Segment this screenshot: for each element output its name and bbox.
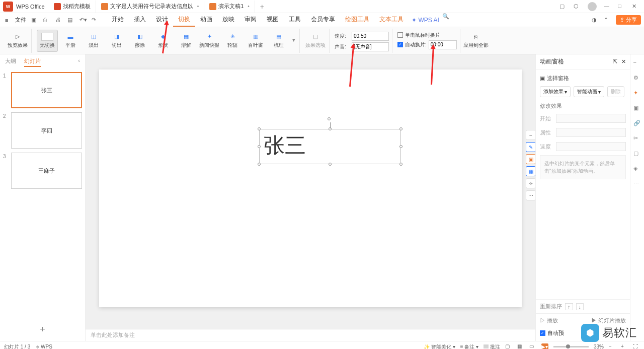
view-normal-icon[interactable]: ▢ [505,343,512,350]
slide-thumb-2[interactable]: 2 李四 [3,112,82,149]
menu-view[interactable]: 视图 [262,13,284,27]
zoom-slider[interactable] [553,346,589,347]
tool-more-icon[interactable]: ⋯ [526,190,535,200]
textbox-text[interactable]: 张三 [260,129,400,162]
strip-link-icon[interactable]: 🔗 [633,120,641,128]
strip-layers-icon[interactable]: ▣ [633,105,641,113]
maximize-icon[interactable]: □ [618,3,625,10]
hamburger-icon[interactable]: ≡ [3,17,10,23]
slide-canvas[interactable]: 张三 − ✎ ▣ ▦ ✧ ⋯ [99,69,522,307]
click-advance-checkbox[interactable] [397,32,403,38]
apply-to-all-button[interactable]: ⎘应用到全部 [465,30,487,52]
view-slideshow-icon[interactable]: ▶▾ [541,343,548,350]
autopreview-checkbox[interactable]: ✓ [540,330,545,336]
user-avatar[interactable] [588,2,597,11]
preview-icon[interactable]: ▤ [67,17,74,24]
resize-handle[interactable] [329,163,332,166]
menu-review[interactable]: 审阅 [239,13,262,27]
selection-pane-link[interactable]: ▣ 选择窗格 [540,74,626,83]
add-slide-button[interactable]: + [0,318,85,341]
transition-fade[interactable]: ◫淡出 [83,30,104,52]
tool-paint-icon[interactable]: ▣ [526,154,535,164]
transition-newsflash[interactable]: ✦新闻快报 [199,30,220,52]
zoom-plus-icon[interactable]: + [621,343,628,350]
slide-thumb-1[interactable]: 1 张三 [3,72,82,108]
transition-none[interactable]: 无切换 [37,30,58,52]
wps-label[interactable]: ⎆ WPS [36,344,52,349]
close-icon[interactable]: ✕ [632,3,639,10]
save-icon[interactable]: ▣ [31,17,38,24]
tool-magic-icon[interactable]: ✧ [526,178,535,188]
theme-icon[interactable]: ◑ [592,17,599,24]
export-icon[interactable]: ⎙ [43,17,50,24]
resize-handle[interactable] [399,127,403,130]
add-effect-button[interactable]: 添加效果 ▾ [540,86,571,97]
undo-icon[interactable]: ↶▾ [79,17,87,24]
menu-text-tools[interactable]: 文本工具 [374,13,409,27]
resize-handle[interactable] [258,163,261,166]
thumb-slide[interactable]: 王麻子 [11,153,82,189]
redo-icon[interactable]: ↷ [92,17,99,24]
menu-insert[interactable]: 插入 [129,13,151,27]
strip-settings-icon[interactable]: ⚙ [633,75,641,83]
play-anim-button[interactable]: ▷ 播放 [540,317,558,324]
view-reading-icon[interactable]: ▭ [529,343,536,350]
transition-spokes[interactable]: ✳轮辐 [222,30,243,52]
canvas-scroll[interactable]: 张三 − ✎ ▣ ▦ ✧ ⋯ [86,54,535,329]
strip-template-icon[interactable]: ◈ [633,165,641,173]
menu-transition[interactable]: 切换 [173,13,195,27]
prop-start-select[interactable] [556,114,626,123]
close-pane-icon[interactable]: ✕ [621,58,626,65]
notes-toggle[interactable]: ≡ 备注 ▾ [460,343,478,350]
prop-attr-select[interactable] [556,128,626,137]
menu-start[interactable]: 开始 [107,13,129,27]
move-down-icon[interactable]: ↓ [576,303,584,310]
tool-layout-icon[interactable]: ▦ [526,166,535,176]
preview-effect-button[interactable]: ▷ 预览效果 [7,30,28,52]
strip-tools-icon[interactable]: ✂ [633,135,641,143]
zoom-minus-icon[interactable]: − [609,343,616,350]
search-icon[interactable]: 🔍 [442,13,449,20]
thumb-slide[interactable]: 李四 [11,112,82,149]
strip-anim-icon[interactable]: ✦ [633,90,641,98]
transition-morph[interactable]: ▬平滑 [60,30,81,52]
collapse-ribbon-icon[interactable]: ⌃ [604,17,611,24]
tab-templates[interactable]: 找稻壳模板 [49,1,96,13]
slides-tab[interactable]: 幻灯片 [24,57,41,67]
menu-design[interactable]: 设计 [151,13,173,27]
tool-minus-icon[interactable]: − [526,130,535,140]
collapse-thumbs-icon[interactable]: ‹ [78,57,80,67]
slideshow-button[interactable]: ▶ 幻灯片播放 [591,317,626,324]
prop-speed-select[interactable] [556,142,626,151]
resize-handle[interactable] [399,163,403,166]
slide-thumb-3[interactable]: 3 王麻子 [3,153,82,189]
strip-more-icon[interactable]: ⋯ [633,180,641,188]
cube-icon[interactable]: ⬡ [574,3,581,10]
strip-minus-icon[interactable]: − [633,59,641,67]
auto-advance-checkbox[interactable]: ✓ [397,42,403,47]
minimize-icon[interactable]: — [604,3,611,10]
pin-icon[interactable]: ⇱ [613,58,617,65]
window-restore-icon[interactable]: ▢ [559,3,567,10]
outline-tab[interactable]: 大纲 [5,57,16,67]
menu-animation[interactable]: 动画 [195,13,217,27]
file-menu[interactable]: 文件 [15,16,26,24]
wps-ai-button[interactable]: ✦ WPS AI [412,13,439,27]
transition-wipe[interactable]: ◧擦除 [129,30,150,52]
menu-member[interactable]: 会员专享 [306,13,340,27]
print-icon[interactable]: 🖨 [55,17,62,24]
comments-toggle[interactable]: ▤ 批注 [484,343,500,350]
menu-tools[interactable]: 工具 [284,13,306,27]
share-button[interactable]: ⇪ 分享 [616,15,641,25]
transition-more-icon[interactable]: ▾ [291,30,296,43]
resize-handle[interactable] [258,145,261,148]
resize-handle[interactable] [399,145,403,148]
transition-cut[interactable]: ◨切出 [106,30,127,52]
effect-options-button[interactable]: ▢效果选项 [305,30,326,52]
title-textbox[interactable]: 张三 [259,129,401,164]
sound-select[interactable] [352,42,389,51]
menu-draw-tools[interactable]: 绘图工具 [340,13,374,27]
transition-comb[interactable]: ▤梳理 [268,30,289,52]
zoom-value[interactable]: 33% [594,344,604,349]
fit-icon[interactable]: ⛶ [633,343,640,350]
